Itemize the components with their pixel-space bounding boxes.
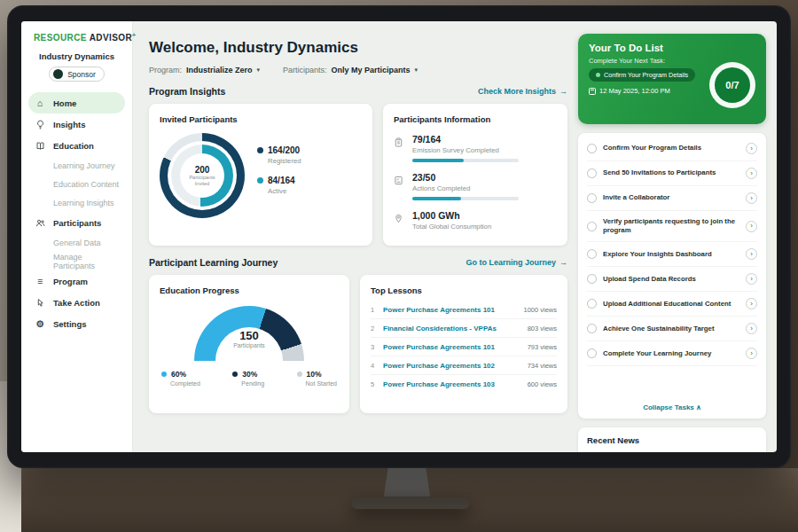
task-label: Explore Your Insights Dashboard xyxy=(603,250,739,259)
task-row[interactable]: Verify participants requesting to join t… xyxy=(587,211,757,242)
gauge-legend: 60% Completed 30% Pending 10% xyxy=(160,370,339,387)
logo-primary: RESOURCE xyxy=(34,33,87,43)
task-checkbox[interactable] xyxy=(587,222,597,231)
task-checkbox[interactable] xyxy=(587,144,597,153)
gauge-center-label: Participants xyxy=(194,342,304,348)
registered-donut-ring: 200 Participants Invited xyxy=(160,133,245,218)
legend-dot xyxy=(232,372,238,377)
collapse-caret-icon: ∧ xyxy=(696,403,701,411)
learning-cards-row: Education Progress 150 Participants xyxy=(149,275,567,413)
lesson-rank: 4 xyxy=(371,362,378,370)
status-dot xyxy=(596,73,600,77)
task-row[interactable]: Upload Additional Educational Content › xyxy=(587,292,757,317)
info-row: 79/164 Emission Survey Completed xyxy=(394,134,557,162)
lesson-rank: 2 xyxy=(371,325,378,332)
task-checkbox[interactable] xyxy=(587,274,597,284)
task-checkbox[interactable] xyxy=(587,168,597,178)
participants-information-card: Participants Information 79/164 Emission… xyxy=(383,104,567,246)
chevron-right-icon[interactable]: › xyxy=(746,143,757,154)
collapse-tasks-link[interactable]: Collapse Tasks ∧ xyxy=(587,398,757,413)
chevron-right-icon[interactable]: › xyxy=(746,168,757,179)
task-label: Complete Your Learning Journey xyxy=(603,349,739,358)
lesson-link[interactable]: Power Purchase Agreements 102 xyxy=(383,362,495,370)
sidebar-item-participants[interactable]: Participants xyxy=(21,212,132,233)
legend-entry: 164/200 Registered xyxy=(257,145,301,165)
task-row[interactable]: Invite a Collaborator › xyxy=(587,186,757,211)
task-row[interactable]: Complete Your Learning Journey › xyxy=(587,341,757,366)
task-row[interactable]: Achieve One Sustainability Target › xyxy=(587,317,757,341)
monitor-screen: RESOURCE ADVISOR+ Industry Dynamics Spon… xyxy=(21,21,777,452)
legend-dot xyxy=(257,147,263,153)
lesson-link[interactable]: Power Purchase Agreements 101 xyxy=(383,306,495,314)
task-checkbox[interactable] xyxy=(587,193,597,203)
scene-background: RESOURCE ADVISOR+ Industry Dynamics Spon… xyxy=(0,0,798,532)
chevron-right-icon[interactable]: › xyxy=(746,298,757,309)
chevron-right-icon[interactable]: › xyxy=(746,192,757,204)
sidebar-item-learning-insights[interactable]: Learning Insights xyxy=(21,193,132,212)
filter-bar: Program: Industrialize Zero ▾ Participan… xyxy=(149,66,567,74)
gauge-center: 150 Participants xyxy=(194,329,304,348)
chevron-right-icon[interactable]: › xyxy=(746,323,757,334)
task-row[interactable]: Confirm Your Program Details › xyxy=(587,137,757,161)
calendar-icon xyxy=(589,88,596,95)
page-title: Welcome, Industry Dynamics xyxy=(149,39,567,57)
people-icon xyxy=(34,218,46,228)
sidebar-item-settings[interactable]: ⚙ Settings xyxy=(21,313,132,334)
chevron-right-icon[interactable]: › xyxy=(746,248,757,260)
task-row[interactable]: Send 50 Invitations to Participants › xyxy=(587,161,757,186)
task-checkbox[interactable] xyxy=(587,299,597,309)
sidebar-item-take-action[interactable]: Take Action xyxy=(21,292,132,313)
active-donut-ring: 200 Participants Invited xyxy=(171,145,233,207)
sidebar-item-education[interactable]: Education xyxy=(21,135,132,156)
lesson-link[interactable]: Power Purchase Agreements 103 xyxy=(383,380,495,388)
lightbulb-icon xyxy=(34,120,46,129)
todo-title: Your To Do List xyxy=(589,43,755,53)
sidebar-item-learning-journey[interactable]: Learning Journey xyxy=(21,156,132,175)
sidebar-item-manage-participants[interactable]: Manage Participants xyxy=(21,252,132,270)
program-filter-dropdown[interactable]: Program: Industrialize Zero ▾ xyxy=(149,66,260,74)
task-checkbox[interactable] xyxy=(587,324,597,333)
sidebar-item-insights[interactable]: Insights xyxy=(21,113,132,135)
arrow-right-icon: → xyxy=(559,258,567,267)
invited-participants-card: Invited Participants 200 Participants In… xyxy=(149,104,372,246)
legend-dot xyxy=(297,372,302,377)
donut-center-label: Participants Invited xyxy=(184,175,220,186)
check-more-insights-link[interactable]: Check More Insights → xyxy=(478,87,567,96)
sidebar-item-label: Education xyxy=(53,141,94,151)
lesson-rank: 1 xyxy=(371,306,378,314)
lesson-row: 5 Power Purchase Agreements 103 600 view… xyxy=(371,375,557,393)
lesson-link[interactable]: Power Purchase Agreements 101 xyxy=(383,343,495,351)
chevron-right-icon[interactable]: › xyxy=(746,221,757,232)
sponsor-badge[interactable]: Sponsor xyxy=(49,66,105,82)
sidebar-item-home[interactable]: ⌂ Home xyxy=(28,92,125,113)
go-to-learning-journey-link[interactable]: Go to Learning Journey → xyxy=(466,258,567,267)
filter-label: Participants: xyxy=(283,66,327,74)
task-row[interactable]: Explore Your Insights Dashboard › xyxy=(587,242,757,267)
lesson-link[interactable]: Financial Considerations - VPPAs xyxy=(383,325,497,332)
insights-cards-row: Invited Participants 200 Participants In… xyxy=(149,104,567,246)
sidebar: RESOURCE ADVISOR+ Industry Dynamics Spon… xyxy=(21,21,133,452)
learning-journey-header: Participant Learning Journey Go to Learn… xyxy=(149,257,567,268)
task-label: Upload Additional Educational Content xyxy=(603,300,739,309)
legend-value: 84/164 xyxy=(268,176,295,185)
lesson-row: 1 Power Purchase Agreements 101 1000 vie… xyxy=(371,301,557,319)
logo-secondary: ADVISOR xyxy=(90,33,132,43)
link-label: Go to Learning Journey xyxy=(466,258,556,267)
task-row[interactable]: Upload Spend Data Records › xyxy=(587,267,757,292)
sidebar-item-education-content[interactable]: Education Content xyxy=(21,175,132,193)
sidebar-item-label: General Data xyxy=(53,239,101,247)
chevron-right-icon[interactable]: › xyxy=(746,348,757,359)
next-task-pill[interactable]: Confirm Your Program Details xyxy=(589,68,695,82)
task-checkbox[interactable] xyxy=(587,348,597,358)
sidebar-item-label: Insights xyxy=(53,120,85,129)
task-label: Verify participants requesting to join t… xyxy=(603,217,739,235)
sponsor-icon xyxy=(53,69,63,79)
sidebar-item-program[interactable]: ≡ Program xyxy=(21,270,132,292)
sidebar-item-label: Settings xyxy=(53,319,86,329)
sidebar-item-general-data[interactable]: General Data xyxy=(21,233,132,252)
task-label: Send 50 Invitations to Participants xyxy=(603,168,739,177)
participants-filter-dropdown[interactable]: Participants: Only My Participants ▾ xyxy=(283,66,418,74)
task-checkbox[interactable] xyxy=(587,249,597,259)
chevron-right-icon[interactable]: › xyxy=(746,273,757,285)
task-label: Achieve One Sustainability Target xyxy=(603,325,739,333)
